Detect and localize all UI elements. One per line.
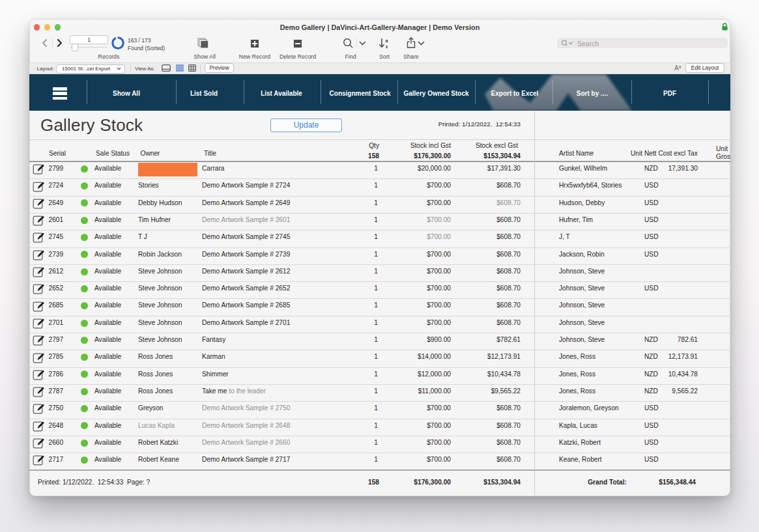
svg-text:z: z [386, 44, 388, 49]
svg-text:a: a [386, 38, 389, 44]
